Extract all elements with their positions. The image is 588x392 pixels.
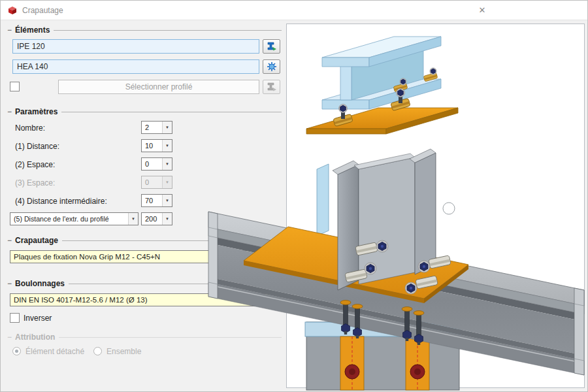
collapse-icon[interactable] <box>7 25 12 35</box>
radio-label-ensemble: Ensemble <box>106 347 141 356</box>
app-icon <box>7 5 18 16</box>
chevron-down-icon <box>162 195 172 206</box>
window-title: Crapautage <box>22 6 63 15</box>
collapse-icon[interactable] <box>7 107 12 116</box>
group-header-attribution: Attribution <box>7 333 282 342</box>
param-label-nombre: Nombre: <box>15 123 45 133</box>
chevron-down-icon <box>270 251 280 263</box>
chevron-down-icon <box>162 122 172 133</box>
group-divider <box>62 240 282 241</box>
chevron-down-icon <box>162 140 172 152</box>
group-header-crapautage: Crapautage <box>7 236 282 245</box>
profile1-catalog-button[interactable] <box>263 39 280 54</box>
param-dropdown-espace2[interactable]: 0 <box>141 157 172 171</box>
profile-gear-icon <box>267 61 277 72</box>
profile2-catalog-button[interactable] <box>263 59 280 74</box>
group-divider <box>69 284 282 284</box>
param-dropdown-dist-intermediaire[interactable]: 70 <box>141 194 172 207</box>
inverser-checkbox[interactable] <box>10 313 20 323</box>
group-header-elements: Éléments <box>7 25 282 35</box>
group-title: Crapautage <box>15 236 58 245</box>
radio-ensemble <box>93 347 102 355</box>
radio-element-detache <box>12 347 21 355</box>
collapse-icon[interactable] <box>7 279 12 288</box>
group-title: Attribution <box>15 333 55 342</box>
group-header-boulonnages: Boulonnages <box>7 279 282 288</box>
group-divider <box>54 30 282 31</box>
param-label-dist-intermediaire: (4) Distance intermédiaire: <box>15 197 107 206</box>
third-profile-input: Sélectionner profilé <box>58 80 259 94</box>
group-title: Boulonnages <box>15 279 65 288</box>
param-dropdown-extremite[interactable]: 200 <box>141 212 172 225</box>
profile2-input[interactable]: HEA 140 <box>12 59 259 74</box>
third-profile-catalog-button <box>263 80 280 94</box>
group-header-parameters: Paramètres <box>7 107 282 116</box>
param-label-espace3: (3) Espace: <box>15 178 55 188</box>
crapautage-combo[interactable]: Plaques de fixation Nova Grip M12 - C45+… <box>10 250 280 263</box>
chevron-down-icon <box>270 294 280 306</box>
group-title: Éléments <box>15 25 50 35</box>
param-label-distance1: (1) Distance: <box>15 142 59 151</box>
inverser-label: Inverser <box>24 314 52 323</box>
param-label-espace2: (2) Espace: <box>15 160 55 169</box>
crapautage-dialog: Crapautage ✕ Éléments IPE 120 HEA 140 <box>0 0 588 392</box>
boulonnages-combo[interactable]: DIN EN ISO 4017-M12-5.6 / M12 (Ø 13) <box>10 293 280 306</box>
collapse-icon[interactable] <box>7 236 12 245</box>
param-dropdown-distance1[interactable]: 10 <box>141 139 172 152</box>
preview-panel <box>286 24 585 388</box>
third-profile-checkbox[interactable] <box>10 82 20 91</box>
radio-label-element-detache: Élément détaché <box>25 347 84 356</box>
group-divider <box>61 112 282 112</box>
group-title: Paramètres <box>15 107 57 116</box>
profile-section-icon <box>267 41 277 52</box>
chevron-down-icon <box>162 176 172 188</box>
chevron-down-icon <box>162 213 172 225</box>
titlebar: Crapautage ✕ <box>1 1 588 20</box>
param-dropdown-espace3: 0 <box>141 176 172 189</box>
profile1-input[interactable]: IPE 120 <box>12 39 259 54</box>
group-divider <box>59 337 282 338</box>
collapse-icon <box>7 333 12 342</box>
chevron-down-icon <box>128 213 138 225</box>
param-dropdown-nombre[interactable]: 2 <box>141 121 172 134</box>
param-label-dropdown-extremite[interactable]: (5) Distance de l'extr. du profilé <box>10 212 139 225</box>
chevron-down-icon <box>162 158 172 170</box>
profile-section-icon <box>267 82 277 92</box>
form-panel: Éléments IPE 120 HEA 140 Sélection <box>1 20 286 392</box>
close-button[interactable]: ✕ <box>475 4 489 17</box>
